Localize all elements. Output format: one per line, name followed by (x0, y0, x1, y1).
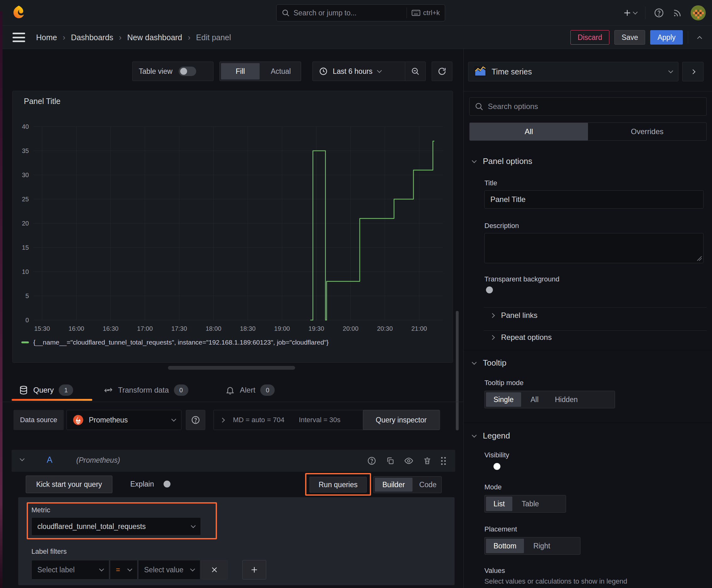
divider (464, 91, 712, 91)
tooltip-mode-label: Tooltip mode (484, 379, 524, 387)
apply-button[interactable]: Apply (650, 30, 683, 45)
panel-links-section-header[interactable]: Panel links (491, 311, 537, 320)
time-range-picker[interactable]: Last 6 hours (313, 62, 405, 81)
help-button[interactable] (654, 7, 664, 18)
toggle-visibility-button[interactable] (404, 456, 413, 465)
metric-select[interactable]: cloudflared_tunnel_total_requests (31, 517, 201, 536)
svg-text:25: 25 (22, 196, 29, 203)
options-search-input[interactable] (488, 102, 701, 111)
operator-dropdown[interactable]: = (110, 560, 137, 580)
svg-text:16:30: 16:30 (103, 325, 118, 332)
chevron-down-icon (191, 523, 196, 528)
svg-text:19:00: 19:00 (274, 325, 290, 332)
editor-tabs: Query 1 Transform data 0 Alert 0 (0, 381, 463, 402)
svg-text:5: 5 (25, 292, 29, 299)
grafana-logo[interactable] (11, 5, 26, 21)
query-row-header[interactable]: A (Prometheus) (12, 450, 455, 472)
chevron-down-icon (472, 360, 477, 365)
news-button[interactable] (672, 8, 683, 18)
collapse-query-icon[interactable] (20, 456, 25, 461)
remove-filter-button[interactable] (201, 560, 228, 580)
tab-alert[interactable]: Alert 0 (225, 381, 275, 400)
collapse-sidebar-button[interactable] (682, 62, 704, 81)
select-value-dropdown[interactable]: Select value (138, 560, 200, 580)
panel-title-input[interactable] (484, 190, 704, 209)
collapse-header-button[interactable] (693, 31, 706, 44)
legend-list-option[interactable]: List (486, 497, 512, 511)
builder-option[interactable]: Builder (375, 478, 412, 491)
breadcrumb-dashboards[interactable]: Dashboards (71, 33, 113, 42)
run-queries-button[interactable]: Run queries (309, 477, 367, 492)
chevron-down-icon (190, 567, 195, 572)
user-avatar[interactable] (691, 5, 706, 20)
svg-text:17:30: 17:30 (171, 325, 187, 332)
tab-all[interactable]: All (470, 123, 588, 141)
actual-option[interactable]: Actual (261, 63, 301, 80)
tooltip-hidden-option[interactable]: Hidden (547, 392, 586, 407)
prometheus-icon (72, 414, 84, 426)
chevron-down-icon (171, 417, 176, 422)
active-tab-underline (12, 399, 92, 401)
delete-query-button[interactable] (423, 456, 432, 465)
legend-values-help: Select values or calculations to show in… (484, 577, 627, 586)
breadcrumb-new-dashboard[interactable]: New dashboard (127, 33, 182, 42)
legend-section-header[interactable]: Legend (473, 431, 510, 441)
visualization-picker[interactable]: Time series (468, 62, 678, 81)
code-option[interactable]: Code (414, 478, 442, 491)
panel-description-input[interactable] (484, 233, 704, 263)
drag-query-handle[interactable] (441, 457, 446, 465)
new-menu-button[interactable] (623, 8, 637, 17)
chevron-right-icon: › (188, 33, 190, 42)
panel-resize-handle[interactable] (168, 366, 295, 370)
time-series-chart[interactable]: 051015202530354015:3016:0016:3017:0017:3… (13, 91, 453, 339)
svg-text:15: 15 (22, 244, 29, 251)
kick-start-query-button[interactable]: Kick start your query (26, 476, 112, 493)
tab-overrides[interactable]: Overrides (588, 123, 706, 141)
tooltip-all-option[interactable]: All (522, 392, 547, 407)
panel-title: Panel Title (24, 97, 61, 106)
breadcrumb-edit-panel: Edit panel (196, 33, 231, 42)
eye-icon (404, 456, 413, 465)
interval-stat: Interval = 30s (299, 416, 341, 424)
query-count-badge: 1 (59, 384, 73, 396)
options-search[interactable] (469, 97, 707, 115)
breadcrumb-home[interactable]: Home (36, 33, 57, 42)
add-filter-button[interactable] (242, 560, 266, 580)
legend-values-label: Values (484, 567, 505, 575)
tooltip-section-header[interactable]: Tooltip (473, 358, 506, 368)
time-series-icon (474, 65, 487, 78)
query-builder-card: Metric cloudflared_tunnel_total_requests… (18, 497, 455, 585)
search-input[interactable] (294, 9, 403, 17)
query-inspector-button[interactable]: Query inspector (363, 410, 439, 430)
tab-query[interactable]: Query 1 (19, 381, 73, 400)
datasource-help-button[interactable] (186, 410, 205, 430)
fill-option[interactable]: Fill (221, 63, 260, 80)
datasource-picker[interactable]: Prometheus (67, 410, 181, 430)
chevron-down-icon (472, 158, 477, 163)
global-search[interactable]: ctrl+k (276, 4, 445, 21)
select-label-dropdown[interactable]: Select label (31, 560, 109, 580)
panel-options-section-header[interactable]: Panel options (473, 156, 533, 166)
tab-transform-data[interactable]: Transform data 0 (104, 381, 188, 400)
tooltip-single-option[interactable]: Single (486, 392, 521, 407)
refresh-button[interactable] (432, 62, 452, 81)
legend-table-option[interactable]: Table (514, 497, 547, 511)
divider (484, 307, 707, 308)
svg-text:35: 35 (22, 147, 29, 154)
table-view-toggle[interactable] (179, 67, 196, 76)
duplicate-query-button[interactable] (386, 456, 395, 465)
save-button[interactable]: Save (614, 30, 645, 45)
placement-right-option[interactable]: Right (525, 539, 559, 553)
repeat-options-section-header[interactable]: Repeat options (491, 333, 552, 342)
scrollbar-thumb[interactable] (456, 311, 459, 430)
section-divider (464, 350, 712, 351)
svg-text:18:30: 18:30 (240, 325, 256, 332)
tooltip-mode-segment: Single All Hidden (484, 391, 615, 408)
help-icon (367, 456, 376, 465)
chart-legend[interactable]: {__name__="cloudflared_tunnel_total_requ… (21, 339, 329, 346)
zoom-out-button[interactable] (405, 62, 425, 81)
placement-bottom-option[interactable]: Bottom (486, 539, 524, 553)
discard-button[interactable]: Discard (570, 30, 609, 45)
menu-toggle-button[interactable] (13, 33, 25, 42)
query-help-button[interactable] (367, 456, 376, 465)
